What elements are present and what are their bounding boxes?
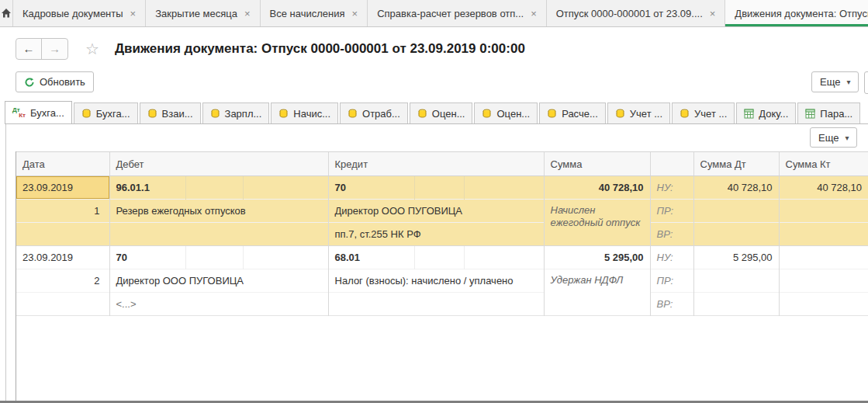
window-tab-otpusk[interactable]: Отпуск 0000-000001 от 23.09.... × <box>547 0 726 26</box>
cell-debit-sub[interactable] <box>243 246 328 269</box>
cell-tax-pr[interactable]: ПР: <box>650 269 693 293</box>
home-button[interactable] <box>0 0 13 26</box>
home-icon <box>0 7 12 19</box>
cell-credit-account[interactable]: 70 <box>328 176 414 200</box>
cell-date[interactable]: 23.09.2019 <box>16 176 109 200</box>
tab-register-mutual[interactable]: Взаи... <box>140 102 201 123</box>
cell-debit-extra[interactable] <box>109 223 328 246</box>
back-button[interactable]: ← <box>16 39 42 59</box>
col-date: Дата <box>16 152 109 176</box>
tab-register-estimates[interactable]: Оцен... <box>410 102 473 123</box>
cell-row-number[interactable]: 2 <box>16 269 109 293</box>
table-row: 2 Директор ООО ПУГОВИЦА Налог (взносы): … <box>16 269 868 293</box>
cell-operation[interactable]: Начислен ежегодный отпуск <box>544 200 650 246</box>
close-icon[interactable]: × <box>710 8 716 19</box>
refresh-button[interactable]: Обновить <box>16 71 94 92</box>
cell-debit-sub[interactable] <box>185 246 243 269</box>
cell-amount-kt[interactable] <box>779 269 868 293</box>
register-tab-label: Учет ... <box>694 108 727 120</box>
partial-button[interactable] <box>864 71 868 94</box>
cell-amount-dt[interactable] <box>693 223 779 246</box>
cell-date[interactable] <box>16 223 109 246</box>
register-tab-label: Учет ... <box>630 108 662 120</box>
cell-tax-nu[interactable]: НУ: <box>650 176 693 200</box>
caret-down-icon: ▾ <box>845 134 849 142</box>
coins-icon <box>81 109 92 119</box>
window-tab-label: Движения документа: Отпуск... <box>735 8 868 19</box>
cell-tax-pr[interactable]: ПР: <box>650 200 693 223</box>
cell-tax-vr[interactable]: ВР: <box>650 223 693 246</box>
cell-amount-kt[interactable] <box>779 246 868 269</box>
cell-amount-dt[interactable] <box>693 200 779 223</box>
more-label: Еще <box>820 76 840 88</box>
cell-amount-kt[interactable]: 40 728,10 <box>779 176 868 200</box>
refresh-label: Обновить <box>40 76 85 88</box>
cell-row-number[interactable]: 1 <box>16 200 109 223</box>
window-tab-label: Справка-расчет резервов отп... <box>377 8 524 19</box>
tab-register-params[interactable]: Пара... <box>797 102 860 123</box>
window-tab-label: Закрытие месяца <box>155 8 237 19</box>
cell-credit-sub[interactable] <box>414 246 464 269</box>
close-icon[interactable]: × <box>130 8 137 19</box>
cell-debit-analytics[interactable]: Директор ООО ПУГОВИЦА <box>109 269 328 293</box>
cell-tax-vr[interactable]: ВР: <box>650 293 693 316</box>
close-icon[interactable]: × <box>352 8 358 19</box>
cell-operation[interactable]: Удержан НДФЛ <box>544 269 650 316</box>
back-icon: ← <box>23 42 35 55</box>
close-icon[interactable]: × <box>531 8 537 19</box>
cell-amount-dt[interactable]: 5 295,00 <box>693 246 779 269</box>
cell-debit-account[interactable]: 96.01.1 <box>109 176 185 200</box>
form-left-border <box>5 124 6 401</box>
tab-register-estimates-2[interactable]: Оцен... <box>474 102 538 123</box>
cell-date[interactable] <box>16 293 109 316</box>
tab-register-accounting-2[interactable]: Бухга... <box>74 102 138 123</box>
cell-credit-sub[interactable] <box>414 176 464 200</box>
cell-debit-sub[interactable] <box>243 176 328 200</box>
window-tab-spravka[interactable]: Справка-расчет резервов отп... × <box>368 0 547 26</box>
cell-credit-extra[interactable] <box>328 293 544 316</box>
tab-register-accounting-io[interactable]: Учет ... <box>607 102 670 123</box>
cell-amount-kt[interactable] <box>779 200 868 223</box>
cell-credit-extra[interactable]: пп.7, ст.255 НК РФ <box>328 223 544 246</box>
close-icon[interactable]: × <box>244 8 251 19</box>
cell-amount-dt[interactable] <box>693 293 779 316</box>
window-tab-zakrytie[interactable]: Закрытие месяца × <box>146 0 260 26</box>
cell-amount-kt[interactable] <box>779 293 868 316</box>
register-tab-label: Отраб... <box>362 108 400 120</box>
cell-amount[interactable]: 5 295,00 <box>544 246 650 269</box>
tab-register-accounting-io-2[interactable]: Учет ... <box>672 102 735 123</box>
cell-tax-nu[interactable]: НУ: <box>650 246 693 269</box>
cell-amount-dt[interactable]: 40 728,10 <box>693 176 779 200</box>
cell-credit-analytics[interactable]: Директор ООО ПУГОВИЦА <box>328 200 544 223</box>
tab-register-calculations[interactable]: Расче... <box>539 102 606 123</box>
cell-debit-sub[interactable] <box>185 176 243 200</box>
grid-icon <box>805 109 815 119</box>
cell-amount-dt[interactable] <box>693 269 779 293</box>
forward-button[interactable]: → <box>42 39 67 59</box>
tab-register-accruals[interactable]: Начис... <box>271 102 338 123</box>
more-button-top[interactable]: Еще ▾ <box>811 71 859 92</box>
cell-credit-sub[interactable] <box>464 246 544 269</box>
cell-credit-analytics[interactable]: Налог (взносы): начислено / уплачено <box>328 269 544 293</box>
cell-credit-account[interactable]: 68.01 <box>328 246 414 269</box>
cell-credit-sub[interactable] <box>464 176 544 200</box>
window-tab-kadrovye[interactable]: Кадровые документы × <box>13 0 146 26</box>
register-tab-label: Доку... <box>759 108 788 120</box>
tab-register-salary[interactable]: Зарпл... <box>202 102 270 123</box>
tab-register-documents[interactable]: Доку... <box>736 102 796 123</box>
star-icon[interactable]: ☆ <box>85 40 99 58</box>
col-amount-kt: Сумма Кт <box>779 152 868 176</box>
cell-amount[interactable]: 40 728,10 <box>544 176 650 200</box>
cell-date[interactable]: 23.09.2019 <box>16 246 109 269</box>
cell-debit-account[interactable]: 70 <box>109 246 185 269</box>
tab-register-accounting[interactable]: ДтКт Бухга... <box>5 101 72 124</box>
cell-debit-extra[interactable]: <...> <box>109 293 328 316</box>
tab-register-worked[interactable]: Отраб... <box>340 102 408 123</box>
window-tab-nachisleniya[interactable]: Все начисления × <box>261 0 368 26</box>
window-tab-dvizheniya[interactable]: Движения документа: Отпуск... × <box>725 0 868 26</box>
more-button-grid[interactable]: Еще ▾ <box>810 127 857 148</box>
cell-debit-analytics[interactable]: Резерв ежегодных отпусков <box>109 200 328 223</box>
cell-amount-kt[interactable] <box>779 223 868 246</box>
coins-icon <box>417 109 427 119</box>
col-tax-kind <box>650 152 693 176</box>
